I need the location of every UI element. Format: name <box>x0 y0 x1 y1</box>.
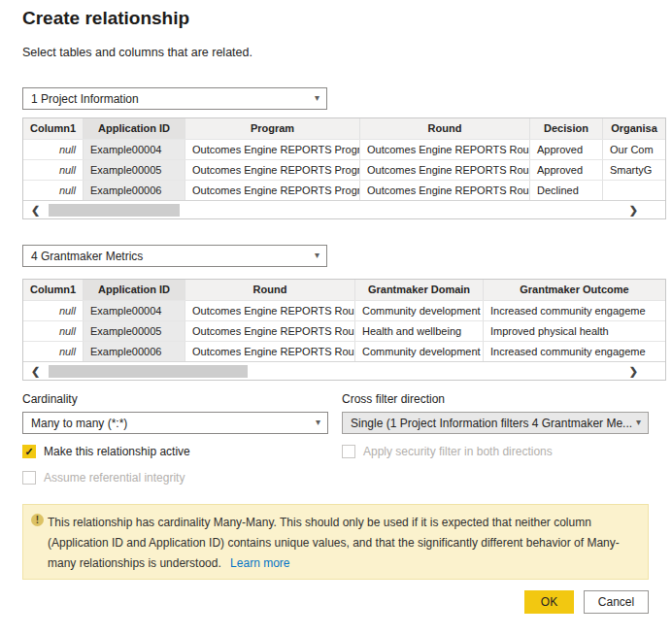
table-row: null Example00006 Outcomes Engine REPORT… <box>23 180 665 200</box>
cell[interactable]: null <box>23 321 84 341</box>
chevron-down-icon: ▾ <box>315 250 319 260</box>
cell[interactable]: Increased community engageme <box>484 301 665 320</box>
warning-text: This relationship has cardinality Many-M… <box>48 516 620 570</box>
table-row: null Example00004 Outcomes Engine REPORT… <box>23 300 665 320</box>
cell-selected-column[interactable]: Example00004 <box>84 301 185 320</box>
cell[interactable]: null <box>23 140 84 159</box>
table1-col-header[interactable]: Organisa <box>603 118 665 139</box>
cross-filter-label: Cross filter direction <box>342 392 445 406</box>
scrollbar-thumb[interactable] <box>49 365 248 378</box>
warning-icon: ! <box>31 514 44 526</box>
scrollbar-thumb[interactable] <box>49 204 180 217</box>
scroll-left-icon[interactable]: ❮ <box>31 201 40 219</box>
cardinality-warning-banner: ! This relationship has cardinality Many… <box>22 504 649 580</box>
cell[interactable]: Outcomes Engine REPORTS Program <box>185 140 360 159</box>
table-row: null Example00005 Outcomes Engine REPORT… <box>23 159 665 180</box>
table1-preview: Column1 Application ID Program Round Dec… <box>22 117 666 219</box>
cell[interactable]: Outcomes Engine REPORTS Round <box>360 140 530 159</box>
scroll-right-icon[interactable]: ❯ <box>629 362 638 381</box>
cell[interactable]: Community development <box>355 342 484 361</box>
cell[interactable]: Outcomes Engine REPORTS Round <box>185 301 355 320</box>
checkbox-label: Assume referential integrity <box>44 471 185 485</box>
table-row: null Example00005 Outcomes Engine REPORT… <box>23 320 665 341</box>
make-relationship-active-checkbox[interactable]: ✓ Make this relationship active <box>22 445 190 458</box>
table2-col-header[interactable]: Grantmaker Outcome <box>484 280 665 300</box>
cardinality-label: Cardinality <box>22 392 78 406</box>
cell[interactable]: null <box>23 160 84 180</box>
checkbox-label: Make this relationship active <box>44 445 190 458</box>
table2-col-header[interactable]: Column1 <box>23 280 84 300</box>
cancel-button[interactable]: Cancel <box>584 590 649 614</box>
apply-security-filter-checkbox[interactable]: Apply security filter in both directions <box>342 445 553 458</box>
checkbox-unchecked-icon[interactable] <box>342 445 355 458</box>
cell[interactable]: Outcomes Engine REPORTS Round <box>185 321 355 341</box>
table2-col-header[interactable]: Round <box>185 280 355 300</box>
scroll-right-icon[interactable]: ❯ <box>629 201 638 219</box>
table1-col-header[interactable]: Column1 <box>23 118 84 139</box>
table2-selector-value: 4 Grantmaker Metrics <box>31 250 143 263</box>
table-row: null Example00004 Outcomes Engine REPORT… <box>23 139 665 159</box>
cell[interactable]: Approved <box>530 160 603 180</box>
checkbox-checked-icon[interactable]: ✓ <box>22 445 36 458</box>
table2-col-header-selected[interactable]: Application ID <box>84 280 185 300</box>
cell[interactable]: Outcomes Engine REPORTS Round <box>360 181 530 200</box>
dialog-subtitle: Select tables and columns that are relat… <box>22 46 252 59</box>
table1-col-header[interactable]: Decision <box>530 118 603 139</box>
cell[interactable]: Improved physical health <box>484 321 665 341</box>
cardinality-dropdown[interactable]: Many to many (*:*) ▾ <box>22 412 328 434</box>
cell-selected-column[interactable]: Example00005 <box>84 160 185 180</box>
cell[interactable]: Health and wellbeing <box>355 321 484 341</box>
table1-col-header-selected[interactable]: Application ID <box>84 118 185 139</box>
cross-filter-dropdown[interactable]: Single (1 Project Information filters 4 … <box>342 412 649 434</box>
checkbox-unchecked-icon[interactable] <box>22 471 36 485</box>
create-relationship-dialog: Create relationship Select tables and co… <box>0 0 672 636</box>
cell-selected-column[interactable]: Example00005 <box>84 321 185 341</box>
table2-col-header[interactable]: Grantmaker Domain <box>355 280 484 300</box>
cardinality-value: Many to many (*:*) <box>31 417 127 430</box>
cell[interactable]: Outcomes Engine REPORTS Program <box>185 160 360 180</box>
ok-button[interactable]: OK <box>524 590 574 614</box>
chevron-down-icon: ▾ <box>316 417 320 427</box>
table2-preview: Column1 Application ID Round Grantmaker … <box>22 279 666 381</box>
cell[interactable]: Outcomes Engine REPORTS Round <box>185 342 355 361</box>
cell[interactable]: Outcomes Engine REPORTS Round <box>360 160 530 180</box>
table-row: null Example00006 Outcomes Engine REPORT… <box>23 341 665 361</box>
learn-more-link[interactable]: Learn more <box>230 556 289 570</box>
table1-selector-value: 1 Project Information <box>31 92 139 106</box>
chevron-down-icon: ▾ <box>315 92 319 103</box>
cell[interactable]: null <box>23 342 84 361</box>
table1-selector-dropdown[interactable]: 1 Project Information ▾ <box>22 87 327 110</box>
cross-filter-value: Single (1 Project Information filters 4 … <box>351 417 632 430</box>
cell[interactable] <box>603 181 665 200</box>
cell-selected-column[interactable]: Example00006 <box>84 181 185 200</box>
cell[interactable]: Our Com <box>603 140 665 159</box>
scroll-left-icon[interactable]: ❮ <box>31 362 40 381</box>
cell-selected-column[interactable]: Example00006 <box>84 342 185 361</box>
assume-referential-integrity-checkbox[interactable]: Assume referential integrity <box>22 471 185 485</box>
table1-col-header[interactable]: Round <box>360 118 530 139</box>
table2-selector-dropdown[interactable]: 4 Grantmaker Metrics ▾ <box>22 245 327 267</box>
cell[interactable]: Approved <box>530 140 603 159</box>
cell[interactable]: Declined <box>530 181 603 200</box>
chevron-down-icon: ▾ <box>636 417 641 427</box>
cell[interactable]: null <box>23 301 84 320</box>
table2-horizontal-scrollbar[interactable]: ❮ ❯ <box>23 361 665 380</box>
table1-horizontal-scrollbar[interactable]: ❮ ❯ <box>23 200 665 218</box>
cell-selected-column[interactable]: Example00004 <box>84 140 185 159</box>
table2-header-row: Column1 Application ID Round Grantmaker … <box>23 280 665 300</box>
table1-header-row: Column1 Application ID Program Round Dec… <box>23 118 665 139</box>
cell[interactable]: SmartyG <box>603 160 665 180</box>
dialog-title: Create relationship <box>22 8 189 29</box>
table1-col-header[interactable]: Program <box>185 118 360 139</box>
cell[interactable]: Outcomes Engine REPORTS Program <box>185 181 360 200</box>
cell[interactable]: Increased community engageme <box>484 342 665 361</box>
checkbox-label: Apply security filter in both directions <box>363 445 553 458</box>
cell[interactable]: Community development <box>355 301 484 320</box>
cell[interactable]: null <box>23 181 84 200</box>
